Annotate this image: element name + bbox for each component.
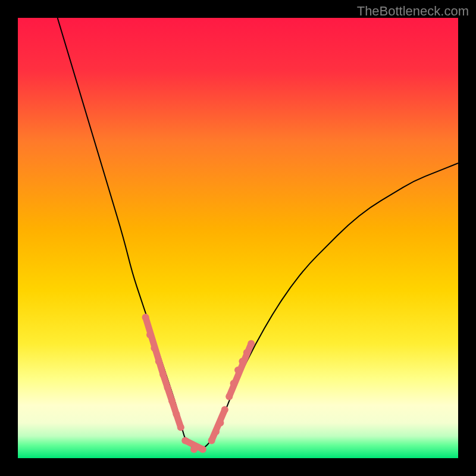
watermark-text: TheBottleneck.com: [357, 4, 469, 19]
marker-dot: [226, 393, 233, 400]
marker-dot: [155, 358, 162, 365]
marker-dot: [243, 349, 250, 356]
chart-curve-svg: [18, 18, 458, 458]
marker-dot: [221, 406, 228, 414]
curve-group: [58, 18, 458, 449]
marker-dot: [159, 371, 167, 378]
bottleneck-curve-path: [58, 18, 458, 449]
marker-dot: [208, 437, 215, 444]
marker-dot: [230, 380, 237, 387]
marker-dot: [181, 437, 189, 444]
marker-dot: [199, 446, 206, 453]
marker-dot: [217, 419, 224, 427]
marker-dot: [212, 428, 220, 436]
marker-dot: [239, 358, 246, 365]
marker-dot: [190, 446, 198, 453]
marker-dot: [177, 424, 184, 431]
marker-dot: [168, 397, 176, 405]
marker-dot: [173, 411, 180, 418]
marker-dot: [248, 340, 255, 347]
marker-dot: [146, 331, 154, 339]
marker-dot: [142, 314, 149, 321]
marker-dot: [234, 367, 242, 374]
marker-dot: [164, 384, 171, 392]
plot-area: [18, 18, 458, 458]
marker-dot: [151, 345, 158, 352]
